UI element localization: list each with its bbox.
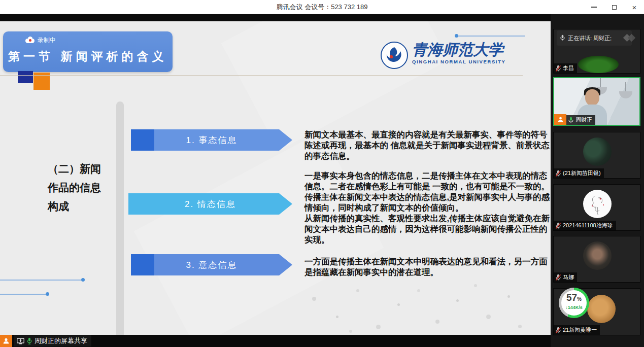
video-thumbnail	[578, 56, 619, 73]
deco-dot	[46, 292, 49, 296]
paragraph-yitai: 一方面是传播主体在新闻文本中明确表达的意见和看法，另一方面是指蕴藏在新闻事实中的…	[304, 256, 551, 277]
video-tile[interactable]: 马娜	[553, 236, 640, 283]
mic-muted-icon	[555, 65, 561, 72]
header-divider	[0, 75, 523, 76]
mic-muted-icon	[555, 170, 561, 177]
video-tile-active-speaker[interactable]: 周财正	[553, 77, 640, 126]
participant-name-tag: 马娜	[554, 272, 577, 282]
gauge-rate: ↓144K/s	[561, 305, 587, 310]
paragraph-shitai: 新闻文本最基本、最直接的内容就是有关最新事实、事件等的符号陈述或再现，最基本的 …	[304, 129, 551, 161]
banner-accent-square	[131, 129, 154, 151]
banner-shitai: 1. 事态信息	[131, 129, 292, 151]
video-tile[interactable]: (21新闻苗田银)	[553, 132, 640, 179]
person-icon	[557, 116, 564, 123]
presentation-slide: 录制中 第一节 新闻评析的含义 青海师范大学 QINGHAI NORMAL UN…	[0, 21, 551, 335]
meeting-watermark-icon	[623, 33, 638, 43]
share-status-label: 周财正的屏幕共享	[14, 335, 91, 346]
participant-name: 马娜	[563, 273, 574, 281]
deco-dot	[81, 278, 85, 282]
deco-vertical-bar	[116, 101, 124, 335]
recording-status: 录制中	[25, 36, 56, 45]
banner-yitai: 3. 意态信息	[131, 254, 292, 275]
deco-dot	[417, 289, 420, 292]
close-icon: ×	[632, 4, 637, 11]
maximize-button[interactable]	[607, 1, 621, 13]
deco-dot	[456, 299, 459, 302]
avatar	[583, 137, 612, 166]
deco-navy-square	[18, 71, 33, 83]
participant-name: 21新闻黄唯一	[563, 326, 597, 334]
network-quality-gauge: 57% ↓144K/s	[559, 288, 589, 318]
deco-dot	[518, 325, 522, 328]
participant-name: 周财正	[575, 116, 592, 124]
slide-title-badge: 录制中 第一节 新闻评析的含义	[3, 31, 173, 72]
deco-line	[458, 36, 525, 37]
banner-label: 3. 意态信息	[186, 259, 238, 271]
deco-dot	[507, 295, 510, 298]
participant-name-tag: 20214611108冶海珍	[554, 221, 616, 230]
window-titlebar: 腾讯会议 会议号：523 732 189 ×	[0, 0, 644, 14]
participant-name-tag: (21新闻苗田银)	[554, 168, 604, 178]
university-name-en: QINGHAI NORMAL UNIVERSITY	[412, 59, 505, 64]
deco-dot	[435, 320, 439, 324]
university-seal-icon	[381, 42, 408, 69]
gauge-percent-unit: %	[577, 296, 582, 302]
cloud-record-icon	[25, 38, 35, 44]
slide-subheading: （二）新闻 作品的信息 构成	[48, 159, 119, 216]
mic-muted-icon	[555, 327, 561, 334]
gauge-readout: 57% ↓144K/s	[561, 290, 587, 316]
participant-name-tag: 21新闻黄唯一	[554, 325, 600, 335]
minimize-button[interactable]	[587, 1, 600, 13]
participant-name: 20214611108冶海珍	[563, 222, 613, 229]
deco-dot	[474, 284, 477, 287]
banner-label: 2. 情态信息	[185, 198, 236, 210]
host-badge	[0, 335, 12, 347]
deco-dot	[397, 303, 400, 306]
tencent-meeting-window: 腾讯会议 会议号：523 732 189 × 录制中 第一节 新闻评析的含义	[0, 0, 644, 347]
mic-muted-icon	[555, 274, 561, 281]
participants-sidebar: 正在讲话: 周财正; 李昌	[551, 14, 644, 347]
mic-muted-icon	[555, 222, 561, 229]
deco-dot	[356, 289, 359, 292]
close-button[interactable]: ×	[628, 1, 641, 13]
minimize-icon	[591, 7, 597, 8]
participant-name: (21新闻苗田银)	[563, 169, 601, 177]
screen-share-bar: 周财正的屏幕共享	[0, 335, 551, 347]
gauge-percent: 57	[566, 292, 577, 303]
recording-label: 录制中	[38, 36, 56, 45]
deco-line	[0, 280, 81, 281]
deco-line	[0, 294, 46, 295]
screen-share-icon	[17, 338, 24, 344]
deco-dot	[486, 315, 491, 319]
banner-qingtai: 2. 情态信息	[128, 193, 292, 215]
host-badge	[554, 114, 566, 125]
avatar	[587, 295, 616, 323]
participant-name-tag: 李昌	[554, 63, 577, 73]
maximize-icon	[612, 5, 617, 10]
mic-active-icon	[26, 337, 32, 344]
university-name-cn: 青海师范大学	[412, 42, 505, 58]
paragraph-qingtai: 一是事实本身包含的情态信息，二是传播主体在文本中表现的情态信息。二者在感情色彩上…	[304, 170, 551, 245]
participant-name-tag: 周财正	[566, 115, 595, 125]
deco-dot	[336, 316, 338, 318]
deco-dot	[376, 325, 381, 329]
share-status-text: 周财正的屏幕共享	[35, 336, 87, 345]
avatar	[583, 241, 612, 270]
shared-screen-area: 录制中 第一节 新闻评析的含义 青海师范大学 QINGHAI NORMAL UN…	[0, 14, 551, 347]
meeting-title: 腾讯会议 会议号：523 732 189	[277, 3, 368, 12]
speaking-toast-text: 正在讲话: 周财正;	[568, 34, 612, 42]
participant-name: 李昌	[563, 64, 574, 72]
university-logo-text: 青海师范大学 QINGHAI NORMAL UNIVERSITY	[412, 42, 505, 64]
slide-section-title: 第一节 新闻评析的含义	[8, 49, 171, 64]
deco-dot	[312, 297, 316, 301]
window-controls: ×	[587, 0, 641, 14]
banner-label: 1. 事态信息	[186, 134, 238, 146]
deco-dot-line	[455, 34, 458, 38]
mic-active-icon	[568, 117, 574, 124]
speaking-toast: 正在讲话: 周财正;	[557, 30, 632, 46]
banner-accent-square	[131, 254, 154, 275]
deco-dot	[349, 330, 352, 333]
mic-speaking-icon	[560, 34, 566, 42]
video-tile[interactable]: 20214611108冶海珍	[553, 184, 640, 231]
avatar	[583, 190, 612, 218]
